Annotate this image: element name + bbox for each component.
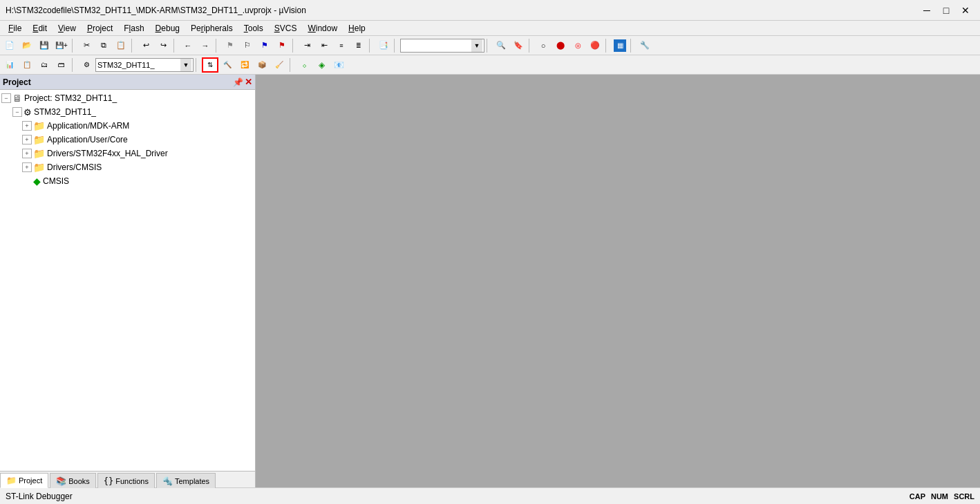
tree-item-drivers-hal[interactable]: + 📁 Drivers/STM32F4xx_HAL_Driver [0, 147, 255, 160]
menu-help[interactable]: Help [343, 22, 371, 35]
menu-flash[interactable]: Flash [118, 22, 149, 35]
toolbar-sep-1 [72, 39, 76, 53]
settings-button[interactable]: 🔧 [637, 38, 653, 53]
dbg-circle-button[interactable]: ○ [535, 38, 552, 53]
redo-button[interactable]: ↪ [155, 38, 171, 53]
target-icon: ⚙ [23, 107, 32, 118]
download-button[interactable]: ⬦ [296, 57, 312, 73]
folder-drivers-hal-icon: 📁 [33, 148, 45, 159]
minimize-button[interactable]: ─ [918, 3, 936, 17]
expander-app-user[interactable]: + [22, 135, 32, 144]
tab-project[interactable]: 📁 Project [0, 473, 48, 488]
close-button[interactable]: ✕ [957, 3, 974, 17]
build-button[interactable]: 🔨 [219, 57, 236, 73]
batch-build-button[interactable]: 📦 [254, 57, 270, 73]
num-indicator: NUM [931, 492, 948, 501]
titlebar-controls: ─ □ ✕ [918, 3, 974, 17]
rebuild-button[interactable]: 🔁 [236, 57, 253, 73]
dbg-red-button[interactable]: 🔴 [587, 38, 603, 53]
dbg-stop-button[interactable]: ⬤ [552, 38, 569, 53]
new-file-button[interactable]: 📄 [1, 38, 18, 53]
menu-window[interactable]: Window [302, 22, 343, 35]
align-button[interactable]: ≡ [333, 38, 350, 53]
statusbar: ST-Link Debugger CAP NUM SCRL [0, 487, 980, 504]
titlebar-title: H:\STM32codefile\STM32_DHT11_\MDK-ARM\ST… [6, 6, 306, 15]
expander-root[interactable]: − [1, 93, 11, 103]
indent-button[interactable]: ⇥ [299, 38, 315, 53]
tree-item-root[interactable]: − 🖥 Project: STM32_DHT11_ [0, 91, 255, 105]
translate-button[interactable]: ⇅ [202, 57, 218, 73]
toolbar-sep-4 [216, 39, 220, 53]
tab-templates[interactable]: 🔩 Templates [156, 473, 216, 488]
tb2-sep-2 [196, 58, 200, 72]
obj-button[interactable]: 🔖 [510, 38, 527, 53]
target-name-input[interactable] [97, 61, 180, 69]
titlebar: H:\STM32codefile\STM32_DHT11_\MDK-ARM\ST… [0, 0, 980, 21]
pin-icon[interactable]: 📌 [233, 77, 243, 87]
cmsis-label: CMSIS [43, 176, 69, 186]
expander-app-mdk[interactable]: + [22, 121, 32, 131]
tree-item-drivers-cmsis[interactable]: + 📁 Drivers/CMSIS [0, 160, 255, 174]
copy-button[interactable]: ⧉ [95, 38, 112, 53]
panel-close-icon[interactable]: ✕ [245, 77, 252, 87]
menu-view[interactable]: View [53, 22, 82, 35]
expander-drivers-hal[interactable]: + [22, 149, 32, 158]
multi-target-button[interactable]: 🗂 [36, 57, 53, 73]
expander-drivers-cmsis[interactable]: + [22, 162, 32, 172]
project-tree: − 🖥 Project: STM32_DHT11_ − ⚙ STM32_DHT1… [0, 90, 255, 471]
cap-indicator: CAP [910, 492, 925, 501]
paste-button[interactable]: 📋 [113, 38, 129, 53]
target-dropdown-btn[interactable]: ▼ [180, 59, 191, 71]
save-button[interactable]: 💾 [36, 38, 53, 53]
save-all-button[interactable]: 💾+ [53, 38, 70, 53]
start-debug-button[interactable]: ◈ [313, 57, 330, 73]
file-ext-button[interactable]: 🗃 [53, 57, 70, 73]
menu-peripherals[interactable]: Peripherals [185, 22, 238, 35]
batch-button[interactable]: 📋 [19, 57, 35, 73]
menu-file[interactable]: File [3, 22, 27, 35]
cut-button[interactable]: ✂ [78, 38, 95, 53]
search-button[interactable]: 🔍 [493, 38, 509, 53]
tree-item-cmsis[interactable]: ◆ CMSIS [0, 174, 255, 188]
tree-item-target[interactable]: − ⚙ STM32_DHT11_ [0, 105, 255, 119]
nav-forward-button[interactable]: → [197, 38, 214, 53]
folder-drivers-cmsis-icon: 📁 [33, 162, 45, 173]
tree-item-app-user[interactable]: + 📁 Application/User/Core [0, 133, 255, 147]
tab-books-label: Books [68, 477, 90, 485]
project-info-button[interactable]: 📊 [1, 57, 18, 73]
drivers-hal-label: Drivers/STM32F4xx_HAL_Driver [47, 149, 168, 158]
undo-button[interactable]: ↩ [138, 38, 154, 53]
open-file-button[interactable]: 📂 [19, 38, 35, 53]
clean-button[interactable]: 🧹 [271, 57, 288, 73]
menu-project[interactable]: Project [82, 22, 118, 35]
file-icon-button[interactable]: 📑 [375, 38, 392, 53]
tab-templates-label: Templates [175, 477, 209, 485]
bookmark1-button[interactable]: ⚑ [222, 38, 238, 53]
tab-functions[interactable]: {} Functions [97, 473, 155, 488]
expander-target[interactable]: − [12, 107, 22, 117]
align2-button[interactable]: ≣ [350, 38, 367, 53]
grid-button[interactable]: ▦ [612, 38, 628, 53]
drivers-cmsis-label: Drivers/CMSIS [47, 162, 102, 172]
manage-targets-button[interactable]: ⚙ [78, 57, 95, 73]
toolbar-sep-6 [369, 39, 373, 53]
search-input[interactable] [402, 41, 471, 50]
project-panel-header: Project 📌 ✕ [0, 75, 255, 90]
menu-debug[interactable]: Debug [150, 22, 185, 35]
bookmark4-button[interactable]: ⚑ [274, 38, 290, 53]
menu-edit[interactable]: Edit [27, 22, 53, 35]
debug-settings-button[interactable]: 📧 [330, 57, 347, 73]
menu-tools[interactable]: Tools [238, 22, 269, 35]
dbg-ring-button[interactable]: ◎ [569, 38, 586, 53]
bookmark2-button[interactable]: ⚐ [239, 38, 256, 53]
tab-books[interactable]: 📚 Books [50, 473, 96, 488]
maximize-button[interactable]: □ [937, 3, 955, 17]
nav-back-button[interactable]: ← [180, 38, 196, 53]
bookmark3-button[interactable]: ⚑ [256, 38, 273, 53]
unindent-button[interactable]: ⇤ [316, 38, 332, 53]
search-field-wrap: ▼ [400, 39, 484, 53]
menu-svcs[interactable]: SVCS [269, 22, 303, 35]
tree-item-app-mdk[interactable]: + 📁 Application/MDK-ARM [0, 119, 255, 133]
search-dropdown-btn[interactable]: ▼ [471, 39, 482, 52]
project-header-label: Project [3, 77, 31, 87]
